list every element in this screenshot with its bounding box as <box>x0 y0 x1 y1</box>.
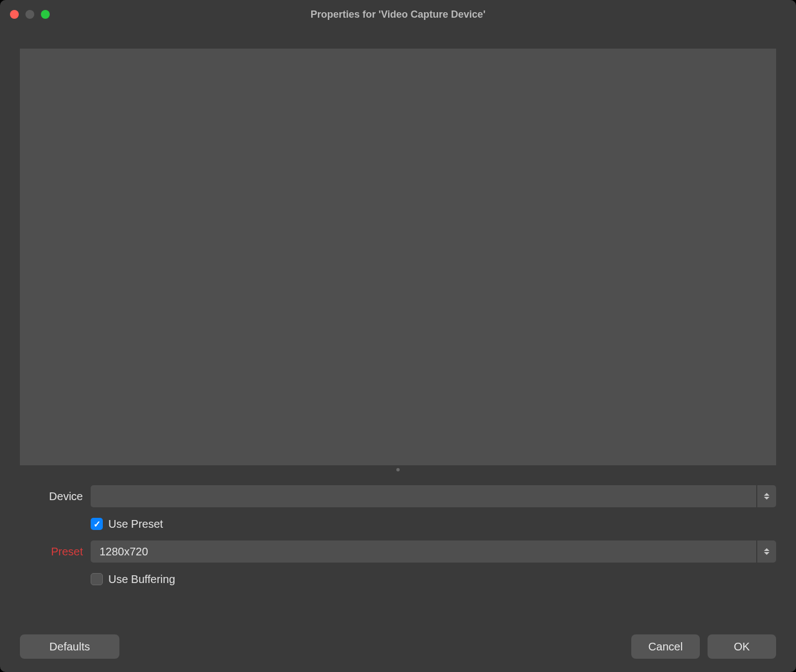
device-select[interactable] <box>91 485 776 507</box>
use-buffering-checkbox[interactable] <box>91 573 103 585</box>
chevron-up-icon <box>764 548 769 551</box>
use-preset-label: Use Preset <box>108 518 163 531</box>
cancel-button[interactable]: Cancel <box>631 634 700 659</box>
preset-label: Preset <box>20 545 91 558</box>
video-preview <box>20 49 776 465</box>
device-select-value <box>91 485 756 507</box>
preset-select[interactable]: 1280x720 <box>91 540 776 563</box>
use-buffering-row: Use Buffering <box>20 568 776 590</box>
device-select-stepper[interactable] <box>757 485 776 507</box>
chevron-up-icon <box>764 493 769 496</box>
splitter-handle[interactable] <box>20 465 776 474</box>
defaults-button[interactable]: Defaults <box>20 634 119 659</box>
chevron-down-icon <box>764 552 769 555</box>
use-buffering-label: Use Buffering <box>108 573 175 586</box>
use-preset-row: ✓ Use Preset <box>20 513 776 535</box>
splitter-grip-icon <box>396 468 400 471</box>
checkmark-icon: ✓ <box>93 519 101 529</box>
content-area: Device ✓ <box>0 29 796 672</box>
preset-select-stepper[interactable] <box>757 540 776 563</box>
device-label: Device <box>20 490 91 503</box>
use-preset-checkbox-wrap[interactable]: ✓ Use Preset <box>91 518 163 531</box>
zoom-window-button[interactable] <box>41 10 50 19</box>
use-buffering-checkbox-wrap[interactable]: Use Buffering <box>91 573 175 586</box>
properties-dialog: Properties for 'Video Capture Device' De… <box>0 0 796 672</box>
close-window-button[interactable] <box>10 10 19 19</box>
use-preset-checkbox[interactable]: ✓ <box>91 518 103 530</box>
preset-row: Preset 1280x720 <box>20 540 776 563</box>
preset-select-value: 1280x720 <box>91 540 756 563</box>
form-area: Device ✓ <box>20 485 776 634</box>
device-row: Device <box>20 485 776 507</box>
minimize-window-button[interactable] <box>25 10 34 19</box>
window-controls <box>10 10 50 19</box>
titlebar: Properties for 'Video Capture Device' <box>0 0 796 29</box>
ok-button[interactable]: OK <box>708 634 776 659</box>
chevron-down-icon <box>764 497 769 500</box>
dialog-footer: Defaults Cancel OK <box>20 634 776 659</box>
window-title: Properties for 'Video Capture Device' <box>311 9 485 20</box>
